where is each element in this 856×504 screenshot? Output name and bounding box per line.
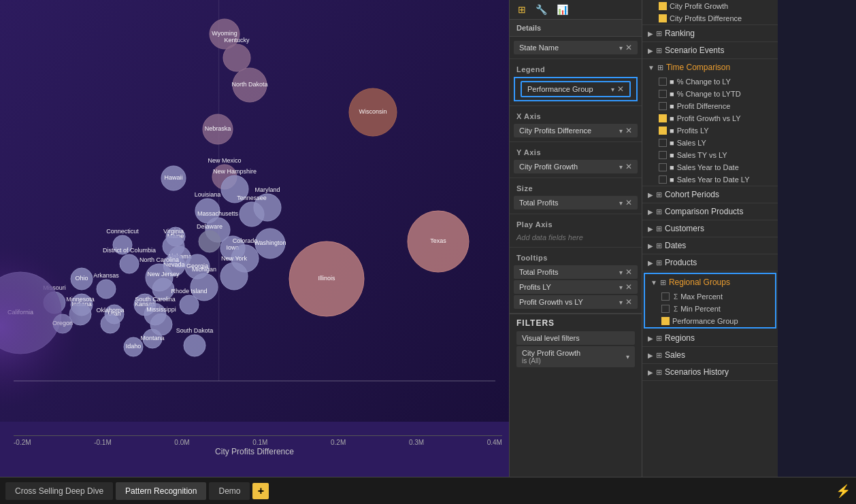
field-label: ■ — [670, 163, 674, 171]
check-icon — [659, 163, 667, 171]
size-group: Size Total Profits ▾ ✕ — [510, 178, 642, 214]
city-profit-growth-filter[interactable]: City Profit Growth is (All) ▾ — [516, 346, 635, 367]
field-section-regional-groups: ▼ ⊞ Regional Groups Σ Max Percent Σ Min … — [644, 273, 776, 329]
remove-total-profits-tooltip-icon[interactable]: ✕ — [625, 267, 632, 277]
performance-group-field[interactable]: Performance Group ▾ ✕ — [521, 81, 631, 97]
filters-section: FILTERS Visual level filters City Profit… — [510, 314, 642, 373]
max-percent-item[interactable]: Σ Max Percent — [645, 290, 775, 303]
section-label: Scenario Events — [665, 46, 724, 55]
sales-ty-vs-ly-item[interactable]: ■ Sales TY vs LY — [642, 149, 778, 161]
remove-city-profit-growth-icon[interactable]: ✕ — [625, 162, 632, 171]
remove-city-profits-diff-icon[interactable]: ✕ — [625, 126, 632, 135]
pct-change-lytd-item[interactable]: ■ % Change to LYTD — [642, 88, 778, 100]
x-tick: 0.2M — [331, 439, 346, 446]
section-label: Dates — [665, 241, 686, 250]
section-label: Regional Groups — [669, 278, 730, 287]
remove-profits-ly-icon[interactable]: ✕ — [625, 282, 632, 292]
dropdown-arrow-icon: ▾ — [619, 44, 623, 52]
legend-box: Performance Group ▾ ✕ — [514, 77, 638, 101]
visual-level-filter-label: Visual level filters — [516, 331, 635, 345]
regions-section-header[interactable]: ▶ ⊞ Regions — [642, 330, 778, 346]
remove-profit-growth-vs-ly-icon[interactable]: ✕ — [625, 297, 632, 307]
y-axis-label: Y Axis — [510, 145, 642, 158]
dropdown-arrow-icon: ▾ — [619, 269, 623, 276]
profits-ly-item[interactable]: ■ Profits LY — [642, 124, 778, 137]
profit-growth-vs-ly-field[interactable]: Profit Growth vs LY ▾ ✕ — [514, 295, 638, 309]
field-label: Min Percent — [680, 305, 721, 313]
profits-ly-field[interactable]: Profits LY ▾ ✕ — [514, 280, 638, 294]
total-profits-tooltip-field[interactable]: Total Profits ▾ ✕ — [514, 265, 638, 279]
field-label: ■ — [670, 151, 674, 159]
x-tick: 0.3M — [409, 439, 424, 446]
format-icon[interactable]: 🔧 — [533, 3, 550, 16]
check-icon — [659, 151, 667, 159]
field-section-comparison-products: ▶ ⊞ Comparison Products — [642, 203, 778, 220]
city-profits-diff-top-item[interactable]: City Profits Difference — [642, 12, 778, 24]
city-profit-growth-top-item[interactable]: City Profit Growth — [642, 0, 778, 12]
x-tick: 0.4M — [487, 439, 502, 446]
dates-section-header[interactable]: ▶ ⊞ Dates — [642, 237, 778, 254]
field-label: ■ — [670, 102, 674, 110]
time-comparison-section-header[interactable]: ▼ ⊞ Time Comparison — [642, 59, 778, 75]
chevron-down-icon: ▼ — [651, 279, 657, 286]
legend-group: Legend Performance Group ▾ ✕ — [510, 59, 642, 106]
ranking-section-header[interactable]: ▶ ⊞ Ranking — [642, 25, 778, 41]
comparison-products-section-header[interactable]: ▶ ⊞ Comparison Products — [642, 203, 778, 220]
chevron-right-icon: ▶ — [648, 30, 653, 37]
remove-total-profits-icon[interactable]: ✕ — [625, 198, 632, 207]
table-icon: ⊞ — [656, 351, 662, 360]
regional-groups-section-header[interactable]: ▼ ⊞ Regional Groups — [645, 274, 775, 290]
dropdown-arrow-icon: ▾ — [611, 86, 614, 93]
dropdown-arrow-icon: ▾ — [619, 299, 623, 306]
add-tab-button[interactable]: + — [252, 483, 269, 499]
play-axis-group: Play Axis Add data fields here — [510, 214, 642, 248]
field-label: ■ — [670, 175, 674, 184]
chevron-right-icon: ▶ — [648, 259, 653, 267]
chart-x-label: City Profits Difference — [215, 447, 294, 456]
products-section-header[interactable]: ▶ ⊞ Products — [642, 254, 778, 271]
check-icon — [659, 2, 667, 10]
sales-section-header[interactable]: ▶ ⊞ Sales — [642, 347, 778, 363]
profit-growth-vs-ly-item[interactable]: ■ Profit Growth vs LY — [642, 112, 778, 124]
sales-ly-item[interactable]: ■ Sales LY — [642, 137, 778, 149]
viz-details-title: Details — [510, 20, 642, 37]
x-axis-label: X Axis — [510, 109, 642, 122]
profit-diff-item[interactable]: ■ Profit Difference — [642, 100, 778, 112]
state-name-field[interactable]: State Name ▾ ✕ — [514, 41, 638, 54]
customers-section-header[interactable]: ▶ ⊞ Customers — [642, 220, 778, 237]
field-label: ■ — [670, 114, 674, 122]
tab-pattern-recognition[interactable]: Pattern Recognition — [116, 482, 206, 500]
play-axis-placeholder: Add data fields here — [510, 231, 642, 244]
field-section-scenario-events: ▶ ⊞ Scenario Events — [642, 42, 778, 59]
field-section-regions: ▶ ⊞ Regions — [642, 330, 778, 347]
total-profits-size-field[interactable]: Total Profits ▾ ✕ — [514, 196, 638, 209]
chevron-right-icon: ▶ — [648, 352, 653, 359]
city-profit-growth-field[interactable]: City Profit Growth ▾ ✕ — [514, 160, 638, 173]
field-label: Sales LY — [677, 139, 706, 147]
min-percent-item[interactable]: Σ Min Percent — [645, 303, 775, 315]
sales-year-to-date-ly-item[interactable]: ■ Sales Year to Date LY — [642, 173, 778, 186]
section-label: Products — [665, 258, 697, 267]
fields-panel: City Profit Growth City Profits Differen… — [642, 0, 778, 477]
pct-change-ly-item[interactable]: ■ % Change to LY — [642, 75, 778, 88]
scenario-events-section-header[interactable]: ▶ ⊞ Scenario Events — [642, 42, 778, 58]
sales-year-to-date-item[interactable]: ■ Sales Year to Date — [642, 161, 778, 173]
remove-performance-group-icon[interactable]: ✕ — [617, 84, 624, 94]
tab-demo[interactable]: Demo — [209, 482, 250, 500]
sigma-icon: Σ — [674, 305, 678, 313]
scenarios-history-section-header[interactable]: ▶ ⊞ Scenarios History — [642, 364, 778, 380]
table-icon: ⊞ — [657, 63, 663, 72]
play-axis-label: Play Axis — [510, 217, 642, 231]
fields-icon[interactable]: ⊞ — [515, 3, 529, 16]
city-profits-diff-field[interactable]: City Profits Difference ▾ ✕ — [514, 124, 638, 137]
cohort-periods-section-header[interactable]: ▶ ⊞ Cohort Periods — [642, 186, 778, 203]
field-section-products: ▶ ⊞ Products — [642, 254, 778, 271]
field-label: Profit Difference — [677, 102, 731, 110]
performance-group-item[interactable]: Performance Group — [645, 315, 775, 327]
remove-state-name-icon[interactable]: ✕ — [625, 43, 632, 52]
tab-cross-selling[interactable]: Cross Selling Deep Dive — [5, 482, 113, 500]
field-section-dates: ▶ ⊞ Dates — [642, 237, 778, 254]
analytics-icon[interactable]: 📊 — [554, 3, 571, 16]
field-label: ■ — [670, 78, 674, 86]
section-label: Customers — [665, 224, 704, 233]
